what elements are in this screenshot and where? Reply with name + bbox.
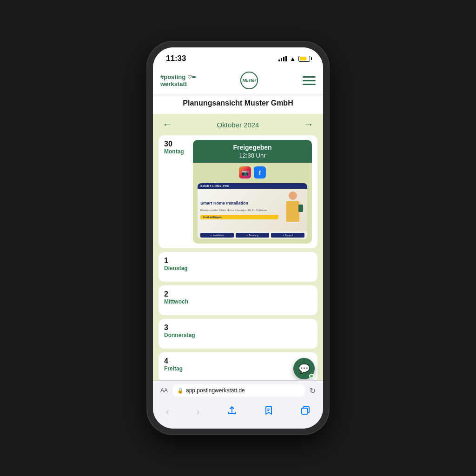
company-name-label: SMART HOME PRO [200, 185, 230, 187]
day-content-2 [193, 290, 312, 311]
bookmarks-button[interactable] [260, 404, 277, 419]
url-bar[interactable]: 🔒 app.postingwerkstatt.de [172, 384, 305, 397]
logo-line1: #posting ♡✏ [160, 73, 196, 81]
share-button[interactable] [224, 404, 240, 419]
app-header: #posting ♡✏ werkstatt Muster [153, 67, 323, 94]
person-body [286, 201, 299, 222]
day-name-dienstag: Dienstag [164, 265, 188, 271]
phone-screen: 11:33 ▲ #posting [153, 47, 323, 429]
signal-bar-3 [283, 57, 284, 61]
post-card[interactable]: Freigegeben 12:30 Uhr 📷 f SMART HOM [193, 140, 312, 244]
post-image-footer: ✓ Installation ✓ Beratung ✓ Support [198, 231, 307, 239]
muster-badge: Muster [240, 72, 258, 89]
day-row-donnerstag[interactable]: 3 Donnerstag [159, 319, 317, 349]
day-number-30: 30 [164, 140, 188, 148]
day-row-dienstag[interactable]: 1 Dienstag [159, 252, 317, 282]
day-info-30: 30 Montag [164, 140, 188, 155]
post-image-title: Smart Home Installation [200, 201, 278, 206]
calendar-nav: ← Oktober 2024 → [153, 114, 323, 135]
person-head [289, 192, 297, 200]
post-image-mock: SMART HOME PRO Smart Home Installation P… [198, 183, 307, 239]
wifi-icon: ▲ [290, 55, 296, 62]
day-info-3: 3 Donnerstag [164, 324, 195, 344]
logo-area: #posting ♡✏ werkstatt [160, 73, 196, 88]
hamburger-line-3 [303, 84, 316, 85]
url-text: app.postingwerkstatt.de [186, 387, 245, 394]
post-image-area: SMART HOME PRO Smart Home Installation P… [193, 180, 312, 244]
footer-item-1: ✓ Installation [200, 233, 234, 238]
battery-fill [300, 57, 306, 60]
browser-toolbar: ‹ › [153, 400, 323, 429]
day-name-montag: Montag [164, 148, 188, 155]
reload-button[interactable]: ↻ [310, 386, 316, 395]
post-image-body: Smart Home Installation Professionelle S… [198, 189, 307, 231]
svg-rect-2 [302, 408, 308, 414]
day-info-1: 1 Dienstag [164, 257, 188, 277]
status-bar: 11:33 ▲ [153, 47, 323, 67]
tabs-button[interactable] [297, 404, 314, 419]
day-row-freitag[interactable]: 4 Freitag 💬 [159, 352, 317, 380]
hamburger-line-2 [303, 80, 316, 81]
post-image-left: Smart Home Installation Professionelle S… [200, 191, 278, 230]
hamburger-line-1 [303, 76, 316, 78]
footer-item-3: ✓ Support [271, 233, 304, 238]
page-title-area: Planungsansicht Muster GmbH [153, 94, 323, 114]
lock-icon: 🔒 [177, 388, 184, 394]
status-icons: ▲ [278, 55, 310, 62]
status-time: 11:33 [166, 54, 186, 63]
logo-line2: werkstatt [160, 80, 196, 87]
logo-heart-icon: ♡✏ [187, 74, 196, 80]
day-number-2: 2 [164, 290, 188, 298]
day-info-2: 2 Mittwoch [164, 290, 188, 311]
page-title: Planungsansicht Muster GmbH [160, 99, 316, 107]
post-status-title: Freigegeben [199, 144, 305, 151]
person-phone [298, 205, 303, 212]
signal-bar-2 [281, 58, 282, 61]
day-name-freitag: Freitag [164, 365, 188, 372]
day-number-4: 4 [164, 357, 188, 365]
post-status-time: 12:30 Uhr [199, 152, 305, 159]
next-month-button[interactable]: → [304, 119, 314, 131]
browser-bar: AA 🔒 app.postingwerkstatt.de ↻ [153, 380, 323, 400]
day-content-3 [200, 324, 312, 344]
forward-button[interactable]: › [193, 404, 204, 419]
post-status-bar: Freigegeben 12:30 Uhr [193, 140, 312, 163]
battery-icon [298, 56, 310, 62]
prev-month-button[interactable]: ← [162, 119, 172, 131]
month-label: Oktober 2024 [217, 121, 259, 129]
post-image-desc: Professionelle Smart Home Lösungen für I… [200, 208, 278, 212]
signal-bar-4 [285, 56, 287, 61]
chat-fab-button[interactable]: 💬 [293, 358, 315, 379]
calendar-body: 30 Montag Freigegeben 12:30 Uhr 📷 f [153, 135, 323, 380]
post-image-header: SMART HOME PRO [198, 183, 307, 189]
online-status-dot [309, 374, 314, 378]
instagram-icon: 📷 [239, 166, 251, 178]
post-social-icons: 📷 f [193, 163, 312, 180]
day-info-4: 4 Freitag [164, 357, 188, 377]
app-content: #posting ♡✏ werkstatt Muster [153, 67, 323, 380]
day-name-donnerstag: Donnerstag [164, 332, 195, 338]
day-content-30: Freigegeben 12:30 Uhr 📷 f SMART HOM [193, 140, 312, 244]
day-row-montag[interactable]: 30 Montag Freigegeben 12:30 Uhr 📷 f [159, 135, 317, 248]
header-center: Muster [240, 72, 258, 89]
footer-item-2: ✓ Beratung [236, 233, 269, 238]
signal-bar-1 [278, 60, 280, 61]
text-size-button[interactable]: AA [160, 387, 168, 394]
facebook-icon: f [254, 166, 266, 178]
post-image-right [281, 191, 304, 230]
phone-frame: 11:33 ▲ #posting [147, 42, 329, 434]
day-number-3: 3 [164, 324, 195, 332]
day-name-mittwoch: Mittwoch [164, 298, 188, 305]
hamburger-menu[interactable] [303, 76, 316, 85]
back-button[interactable]: ‹ [162, 404, 173, 419]
signal-bars-icon [278, 56, 287, 61]
day-content-1 [193, 257, 312, 277]
chat-icon: 💬 [298, 363, 310, 374]
day-row-mittwoch[interactable]: 2 Mittwoch [159, 285, 317, 315]
day-number-1: 1 [164, 257, 188, 265]
person-silhouette [283, 192, 304, 229]
post-image-cta: Jetzt anfragen [200, 215, 278, 219]
